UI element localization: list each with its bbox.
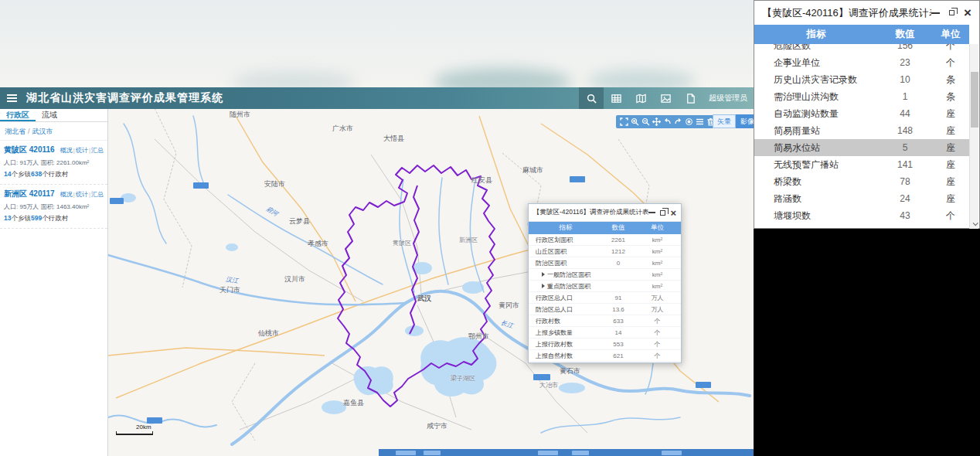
scrollbar[interactable] (969, 44, 978, 229)
sidebar-tabs: 行政区 流域 (0, 109, 107, 122)
district-summary-link[interactable]: 汇总 (91, 191, 104, 198)
expand-arrow-icon[interactable] (542, 272, 545, 277)
close-icon[interactable] (964, 6, 971, 19)
hamburger-menu-icon[interactable] (0, 94, 23, 102)
table-row[interactable]: 路涵数24座 (754, 190, 969, 207)
map-label: 黄陂区 (393, 239, 411, 247)
district-area: 面积: 1463.40km² (41, 203, 90, 210)
chevron-down-icon (972, 220, 978, 226)
app-title: 湖北省山洪灾害调查评价成果管理系统 (26, 91, 223, 105)
table-row-selected[interactable]: 简易水位站5座 (754, 139, 969, 156)
district-area: 面积: 2261.00km² (41, 159, 90, 166)
map-label: 黄石市 (560, 366, 580, 376)
map-icon[interactable] (628, 87, 653, 109)
scrollbar-thumb[interactable] (971, 72, 978, 128)
district-overview-link[interactable]: 概况 (60, 147, 73, 154)
table-row[interactable]: 山丘区面积1212km² (529, 246, 681, 257)
breadcrumb-province[interactable]: 湖北省 (5, 128, 26, 135)
district-population: 人口: 95万人 (4, 203, 39, 210)
table-icon[interactable] (604, 87, 628, 109)
image-icon[interactable] (653, 87, 678, 109)
map-haze-overlay (0, 0, 754, 87)
table-row[interactable]: 历史山洪灾害记录数10条 (754, 71, 969, 88)
search-icon[interactable] (579, 87, 604, 109)
column-indicator: 指标 (754, 28, 878, 41)
district-summary-link[interactable]: 汇总 (91, 147, 104, 154)
district-stats-link[interactable]: 统计 (76, 191, 88, 198)
current-user-label[interactable]: 超级管理员 (709, 93, 747, 104)
breadcrumb-city[interactable]: 武汉市 (32, 128, 53, 135)
district-village-unit: 个行政村 (42, 214, 68, 222)
pan-icon[interactable] (652, 117, 661, 127)
table-row[interactable]: 行政区划面积2261km² (529, 234, 681, 246)
map-label: 孝感市 (308, 239, 328, 249)
minimize-icon[interactable] (931, 12, 940, 14)
table-row[interactable]: 上报行政村数553个 (529, 339, 681, 350)
stats-table-body: 危险区数156个 企事业单位23个 历史山洪灾害记录数10条 需治理山洪沟数1条… (754, 44, 969, 230)
table-row[interactable]: 无线预警广播站141座 (754, 156, 969, 173)
document-icon[interactable] (678, 87, 703, 109)
floating-panel-title: 【黄陂区-420116】调查评价成果统计表 (533, 208, 648, 217)
map-label: 梁子湖区 (451, 374, 475, 383)
close-icon[interactable] (670, 208, 676, 218)
restore-icon[interactable] (949, 10, 954, 15)
breadcrumb: 湖北省/武汉市 (0, 122, 107, 141)
table-row[interactable]: 一般防治区面积km² (529, 269, 681, 281)
district-item-huangpi[interactable]: 黄陂区 420116 概况|统计|汇总 人口: 91万人 面积: 2261.00… (0, 141, 107, 185)
zoom-in-icon[interactable] (630, 117, 639, 127)
district-stats-link[interactable]: 统计 (76, 147, 88, 154)
table-row[interactable]: 重点防治区面积km² (529, 281, 681, 292)
district-overview-link[interactable]: 概况 (60, 191, 73, 198)
district-name[interactable]: 黄陂区 (4, 145, 27, 154)
map-label: 麻城市 (522, 165, 543, 175)
table-row[interactable]: 上报自然村数621个 (529, 350, 681, 362)
table-row[interactable]: 行政村数633个 (529, 315, 681, 327)
stats-window-titlebar[interactable]: 【黄陂区-420116】调查评价成果统计表 (754, 1, 979, 25)
district-town-unit: 个乡镇 (11, 214, 31, 222)
district-item-xinzhou[interactable]: 新洲区 420117 概况|统计|汇总 人口: 95万人 面积: 1463.40… (0, 185, 107, 229)
previous-extent-icon[interactable] (662, 117, 672, 127)
map-label: 广水市 (332, 124, 353, 134)
table-row[interactable]: 行政区总人口91万人 (529, 292, 681, 304)
map-label: 武汉 (417, 294, 431, 304)
table-row[interactable]: 危险区数156个 (754, 44, 969, 54)
restore-icon[interactable] (660, 210, 665, 216)
table-row[interactable]: 需治理山洪沟数1条 (754, 88, 969, 105)
application-window: 随州市 广水市 大悟县 红安县 麻城市 安陆市 云梦县 孝感市 汉川市 天门市 … (0, 0, 980, 456)
expand-arrow-icon[interactable] (542, 284, 545, 288)
table-row[interactable]: 自动监测站数量44座 (754, 105, 969, 122)
zoom-out-icon[interactable] (641, 117, 650, 127)
table-row[interactable]: 企事业单位23个 (754, 54, 969, 71)
full-extent-icon[interactable] (619, 117, 628, 127)
tab-administrative-region[interactable]: 行政区 (0, 109, 36, 121)
minimize-icon[interactable] (648, 212, 655, 213)
map-toolbar (616, 115, 718, 128)
map-label: 云梦县 (289, 216, 310, 226)
map-label: 黄冈市 (499, 301, 519, 311)
table-row[interactable]: 上报乡镇数量14个 (529, 327, 681, 339)
map-label: 大悟县 (383, 134, 404, 144)
district-village-unit: 个行政村 (42, 170, 68, 178)
scale-label: 20km (136, 424, 151, 430)
table-row[interactable]: 防治区总人口13.6万人 (529, 304, 681, 315)
next-extent-icon[interactable] (673, 117, 682, 127)
scroll-down-button[interactable] (970, 218, 979, 229)
map-label: 汉川市 (284, 274, 305, 284)
tab-watershed[interactable]: 流域 (36, 109, 63, 121)
table-row[interactable]: 防治区面积0km² (529, 257, 681, 269)
table-row[interactable]: 塘堰坝数43个 (754, 207, 969, 224)
district-name[interactable]: 新洲区 (4, 189, 27, 198)
map-label: 仙桃市 (258, 328, 279, 339)
locate-icon[interactable] (684, 117, 693, 127)
legend-icon[interactable] (695, 117, 704, 127)
column-indicator: 指标 (529, 223, 603, 233)
table-row[interactable]: 桥梁数78座 (754, 173, 969, 190)
table-row[interactable]: 简易雨量站148座 (754, 122, 969, 139)
floating-panel-titlebar[interactable]: 【黄陂区-420116】调查评价成果统计表 (529, 204, 681, 222)
district-code: 420117 (29, 189, 55, 198)
map-label: 随州市 (230, 110, 250, 120)
map-label: 安陆市 (264, 179, 285, 189)
map-scalebar: 20km (116, 431, 153, 435)
map-label: 鄂州市 (468, 332, 489, 342)
basemap-vector-button[interactable]: 矢量 (713, 114, 736, 128)
